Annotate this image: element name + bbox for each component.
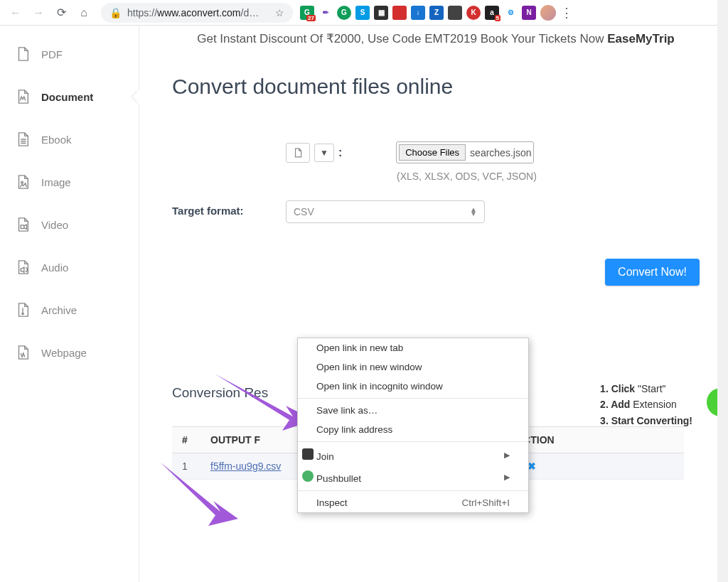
archive-icon	[14, 301, 31, 318]
promo-banner[interactable]: Get Instant Discount Of ₹2000, Use Code …	[172, 26, 700, 75]
sidebar-item-ebook[interactable]: Ebook	[0, 118, 139, 161]
page-title: Convert document files online	[172, 75, 700, 99]
video-icon	[14, 216, 31, 233]
chosen-filename: searches.json	[470, 147, 531, 158]
ext-icon[interactable]: ↓	[411, 6, 425, 20]
select-value: CSV	[294, 206, 314, 217]
select-arrows-icon: ▲▼	[470, 208, 477, 216]
target-format-select[interactable]: CSV ▲▼	[286, 200, 485, 223]
ext-icon[interactable]: ▦	[374, 6, 388, 20]
ext-icon[interactable]: K	[466, 6, 481, 20]
file-label	[172, 141, 286, 146]
join-icon	[302, 448, 314, 460]
instructions: 1. Click "Start" 2. Add Extension 3. Sta…	[600, 381, 692, 429]
pdf-icon	[14, 45, 31, 63]
ctx-open-incognito[interactable]: Open link in incognito window	[298, 377, 528, 396]
extensions: G27 ✏ G S ▦ ↓ Z K a5 ⚙ N ⋮	[300, 5, 573, 21]
choose-files-button[interactable]: Choose Files	[399, 144, 466, 161]
sidebar-label: PDF	[41, 48, 63, 60]
ctx-inspect[interactable]: InspectCtrl+Shift+I	[298, 493, 528, 512]
sidebar-item-audio[interactable]: Audio	[0, 246, 139, 289]
ctx-open-new-tab[interactable]: Open link in new tab	[298, 338, 528, 357]
ebook-icon	[14, 131, 31, 148]
sidebar-item-webpage[interactable]: Webpage	[0, 331, 139, 374]
ext-icon[interactable]: N	[522, 6, 536, 20]
convert-button[interactable]: Convert Now!	[605, 259, 700, 286]
col-action: ACTION	[506, 427, 684, 453]
audio-icon	[14, 259, 31, 276]
ctx-copy-link-address[interactable]: Copy link address	[298, 420, 528, 439]
ext-icon[interactable]: Z	[429, 6, 444, 20]
ext-icon[interactable]	[392, 6, 407, 20]
scrollbar[interactable]	[717, 26, 728, 260]
context-menu: Open link in new tab Open link in new wi…	[297, 338, 529, 513]
image-icon	[14, 173, 31, 190]
ext-icon[interactable]	[448, 6, 462, 20]
ext-icon[interactable]: a5	[485, 6, 499, 20]
ctx-save-link-as[interactable]: Save link as…	[298, 401, 528, 420]
submenu-arrow-icon: ▶	[504, 451, 510, 460]
target-format-label: Target format:	[172, 200, 286, 217]
ext-icon[interactable]: G	[337, 6, 351, 20]
reload-button[interactable]: ⟳	[51, 3, 71, 23]
source-dropdown[interactable]: ▼	[314, 144, 334, 162]
annotation-arrow	[153, 455, 245, 533]
ext-icon[interactable]: S	[355, 6, 370, 20]
col-index: #	[172, 427, 200, 453]
document-icon	[14, 88, 31, 105]
lock-icon: 🔒	[109, 7, 122, 18]
browser-toolbar: ← → ⟳ ⌂ 🔒 https://www.aconvert.com/d… ☆ …	[0, 0, 728, 26]
sidebar-label: Audio	[41, 262, 68, 274]
sidebar-label: Image	[41, 176, 71, 188]
pushbullet-icon	[302, 470, 314, 482]
ctx-join[interactable]: Join▶	[298, 444, 528, 466]
file-type-button[interactable]	[286, 143, 310, 163]
sidebar-item-archive[interactable]: Archive	[0, 289, 139, 331]
sidebar-label: Webpage	[41, 347, 87, 359]
address-bar[interactable]: 🔒 https://www.aconvert.com/d… ☆	[101, 3, 293, 23]
sidebar: PDF Document Ebook Image Video Audio Arc…	[0, 26, 139, 582]
webpage-icon	[14, 344, 31, 361]
forward-button[interactable]: →	[28, 3, 48, 23]
sidebar-label: Video	[41, 219, 68, 231]
ext-icon[interactable]: G27	[300, 6, 314, 20]
url-text: https://www.aconvert.com/d…	[127, 7, 259, 18]
ext-icon[interactable]: ⚙	[503, 6, 518, 20]
star-icon[interactable]: ☆	[275, 7, 284, 18]
menu-icon[interactable]: ⋮	[560, 5, 573, 21]
sidebar-label: Archive	[41, 304, 77, 316]
sidebar-label: Ebook	[41, 134, 72, 146]
submenu-arrow-icon: ▶	[504, 473, 510, 482]
sidebar-item-pdf[interactable]: PDF	[0, 33, 139, 75]
home-button[interactable]: ⌂	[74, 3, 94, 23]
back-button[interactable]: ←	[6, 3, 26, 23]
sidebar-item-image[interactable]: Image	[0, 161, 139, 203]
ext-icon[interactable]: ✏	[318, 6, 333, 20]
ctx-pushbullet[interactable]: Pushbullet▶	[298, 466, 528, 488]
svg-rect-1	[21, 225, 24, 229]
ctx-open-new-window[interactable]: Open link in new window	[298, 357, 528, 377]
sidebar-item-video[interactable]: Video	[0, 203, 139, 246]
sidebar-item-document[interactable]: Document	[0, 75, 139, 118]
profile-avatar[interactable]	[540, 5, 556, 21]
svg-point-0	[21, 182, 23, 184]
sidebar-label: Document	[41, 91, 93, 103]
file-hint: (XLS, XLSX, ODS, VCF, JSON)	[397, 171, 537, 182]
